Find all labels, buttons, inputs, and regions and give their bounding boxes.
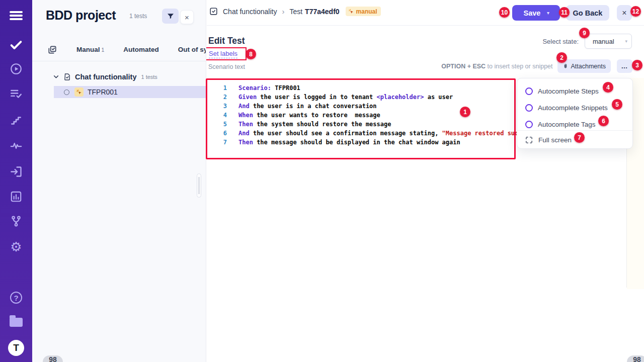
pulse-activity-icon[interactable] bbox=[0, 136, 32, 156]
project-title: BDD project bbox=[46, 8, 116, 23]
menu-item-label: Full screen bbox=[538, 136, 572, 144]
cutoff-glyph: 98 bbox=[633, 355, 641, 362]
save-button[interactable]: Save ▾ bbox=[512, 5, 560, 21]
test-task-icon bbox=[209, 7, 218, 16]
scenario-text-label: Scenario text bbox=[208, 63, 245, 70]
cutoff-glyph: 98 bbox=[49, 355, 57, 362]
select-all-icon[interactable] bbox=[47, 45, 57, 55]
hamburger-menu-icon[interactable] bbox=[0, 6, 32, 26]
set-labels-annotation-box: Set labels bbox=[204, 47, 247, 60]
select-state-label: Select state: bbox=[542, 38, 579, 45]
menu-item-label: Autocomplete Snippets bbox=[538, 104, 608, 112]
manual-cursor-icon bbox=[74, 87, 84, 97]
tab-label: Out of sync bbox=[178, 46, 206, 53]
annotation-5: 5 bbox=[612, 99, 622, 110]
tab-automated[interactable]: Automated bbox=[123, 46, 159, 53]
state-select[interactable]: manual ▾ bbox=[585, 34, 632, 49]
breadcrumb-test-id: T77a4edf0 bbox=[305, 8, 339, 16]
filter-button[interactable] bbox=[162, 9, 179, 24]
set-labels-link[interactable]: Set labels bbox=[209, 50, 237, 58]
help-icon[interactable]: ? bbox=[0, 288, 32, 308]
panel-resize-handle[interactable] bbox=[197, 173, 201, 198]
close-icon: × bbox=[622, 9, 626, 18]
chevron-down-icon[interactable] bbox=[53, 73, 59, 80]
tab-manual[interactable]: Manual1 bbox=[76, 46, 104, 53]
suite-count: 1 tests bbox=[141, 74, 157, 80]
gear-glyph: ⚙ bbox=[10, 240, 22, 253]
settings-gear-icon[interactable]: ⚙ bbox=[0, 237, 32, 257]
app-root: ⚙ ? T BDD project 1 tests × bbox=[0, 0, 644, 362]
manual-cursor-icon bbox=[348, 9, 354, 15]
reports-chart-icon[interactable] bbox=[0, 187, 32, 207]
go-back-button[interactable]: Go Back bbox=[566, 5, 609, 21]
suite-row-chat-functionality[interactable]: Chat functionality 1 tests bbox=[32, 70, 206, 83]
line-number: 1 bbox=[207, 83, 227, 93]
logo-letter: T bbox=[13, 342, 19, 353]
editor-close-button[interactable]: × bbox=[617, 5, 632, 21]
tab-label: Manual bbox=[76, 46, 100, 53]
runs-play-icon[interactable] bbox=[0, 59, 32, 79]
line-number: 4 bbox=[207, 111, 227, 120]
app-sidebar: ⚙ ? T bbox=[0, 0, 32, 362]
test-id-label: TFPR001 bbox=[88, 88, 118, 96]
more-icon: … bbox=[621, 62, 628, 70]
plans-list-check-icon[interactable] bbox=[0, 83, 32, 104]
main-content: Chat functionality › Test T77a4edf0 manu… bbox=[207, 0, 644, 362]
suite-document-icon bbox=[63, 72, 71, 81]
radio-circle-icon[interactable] bbox=[525, 121, 533, 128]
go-back-label: Go Back bbox=[573, 9, 603, 17]
save-label: Save bbox=[512, 9, 547, 17]
select-caret-icon: ▾ bbox=[625, 39, 631, 44]
line-number: 3 bbox=[207, 102, 227, 111]
radio-circle-icon[interactable] bbox=[525, 104, 533, 112]
panel-tabs: Manual1 Automated Out of sync bbox=[32, 38, 206, 61]
paperclip-icon bbox=[562, 63, 569, 70]
cutoff-badge-right[interactable]: 98 bbox=[627, 355, 644, 362]
projects-folder-icon[interactable] bbox=[0, 312, 32, 332]
editor-more-button[interactable]: … bbox=[617, 59, 632, 73]
tab-label: Automated bbox=[123, 46, 159, 53]
annotation-1: 1 bbox=[460, 107, 470, 117]
annotation-11: 11 bbox=[559, 7, 570, 18]
annotation-10: 10 bbox=[499, 7, 510, 18]
pull-in-login-icon[interactable] bbox=[0, 161, 32, 182]
line-number: 6 bbox=[207, 129, 227, 138]
branch-git-icon[interactable] bbox=[0, 211, 32, 231]
breadcrumb-suite-link[interactable]: Chat functionality bbox=[223, 8, 277, 16]
annotation-12: 12 bbox=[630, 6, 641, 17]
annotation-7: 7 bbox=[574, 132, 585, 143]
close-icon: × bbox=[185, 13, 189, 22]
project-tests-count: 1 tests bbox=[129, 13, 147, 20]
annotation-2: 2 bbox=[556, 52, 567, 63]
line-number: 2 bbox=[207, 93, 227, 102]
cutoff-badge-left[interactable]: 98 bbox=[43, 355, 63, 362]
tests-check-icon[interactable] bbox=[0, 35, 32, 55]
radio-circle-icon[interactable] bbox=[525, 87, 533, 95]
shortcut-hint-text: to insert step or snippet bbox=[486, 63, 552, 70]
state-value: manual bbox=[585, 38, 625, 45]
fullscreen-icon bbox=[525, 136, 533, 144]
menu-item-autocomplete-steps[interactable]: Autocomplete Steps bbox=[517, 83, 632, 100]
test-radio-circle[interactable] bbox=[64, 89, 69, 95]
testomat-logo[interactable]: T bbox=[8, 340, 24, 356]
annotation-6: 6 bbox=[598, 116, 609, 126]
menu-item-label: Autocomplete Steps bbox=[538, 87, 599, 95]
annotation-8: 8 bbox=[246, 49, 256, 59]
main-header: Chat functionality › Test T77a4edf0 manu… bbox=[207, 0, 644, 26]
attachments-label: Attachments bbox=[571, 63, 606, 70]
question-glyph: ? bbox=[14, 294, 18, 302]
breadcrumb-test-prefix: Test bbox=[289, 8, 302, 16]
filter-close-button[interactable]: × bbox=[180, 10, 194, 24]
project-panel: BDD project 1 tests × Manual1 Automated … bbox=[32, 0, 206, 362]
editor-toolbar: OPTION + ESC to insert step or snippet A… bbox=[441, 59, 632, 73]
save-dropdown-caret-icon[interactable]: ▾ bbox=[547, 10, 560, 16]
milestones-stairs-icon[interactable] bbox=[0, 111, 32, 131]
tab-out-of-sync[interactable]: Out of sync bbox=[178, 46, 206, 53]
breadcrumb-separator: › bbox=[282, 7, 284, 16]
test-row-selected[interactable]: TFPR001 bbox=[54, 86, 206, 98]
line-number: 7 bbox=[207, 138, 227, 147]
shortcut-hint-keys: OPTION + ESC bbox=[441, 63, 486, 70]
breadcrumb: Chat functionality › Test T77a4edf0 manu… bbox=[209, 7, 381, 16]
annotation-9: 9 bbox=[579, 28, 590, 38]
suite-label: Chat functionality bbox=[75, 73, 136, 81]
